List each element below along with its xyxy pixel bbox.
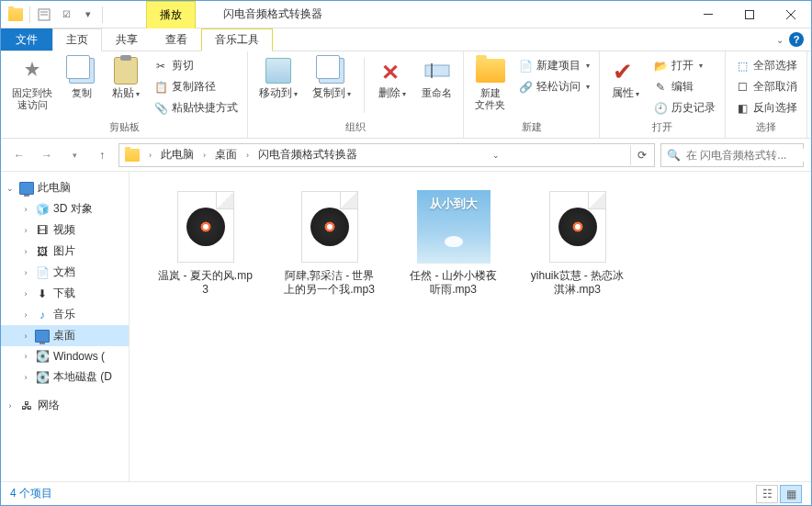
- tree-localdisk[interactable]: ›💽本地磁盘 (D: [1, 366, 129, 388]
- rename-button[interactable]: 重命名: [416, 54, 457, 101]
- tab-file[interactable]: 文件: [1, 28, 52, 51]
- minimize-button[interactable]: [687, 1, 728, 28]
- help-icon[interactable]: ?: [789, 32, 804, 47]
- select-none-button[interactable]: ☐全部取消: [731, 77, 801, 96]
- addr-dropdown-icon[interactable]: ⌄: [485, 145, 507, 165]
- view-details-button[interactable]: ☷: [756, 485, 778, 503]
- title-bar: ☑ ▾ 播放 闪电音频格式转换器: [1, 1, 811, 28]
- breadcrumb-desktop[interactable]: 桌面: [211, 145, 241, 165]
- file-item[interactable]: 从小到大任然 - 山外小楼夜听雨.mp3: [405, 190, 502, 297]
- properties-button[interactable]: ✔ 属性▾: [605, 54, 646, 102]
- copy-button[interactable]: 复制: [62, 54, 102, 101]
- status-bar: 4 个项目 ☷ ▦: [1, 481, 811, 505]
- file-label: 任然 - 山外小楼夜听雨.mp3: [405, 269, 502, 297]
- history-button[interactable]: 🕘历史记录: [649, 98, 719, 118]
- tree-desktop[interactable]: ›桌面: [1, 325, 129, 346]
- contextual-tab-play[interactable]: 播放: [146, 1, 196, 28]
- search-icon: 🔍: [667, 149, 681, 162]
- refresh-button[interactable]: ⟳: [630, 145, 652, 165]
- file-item[interactable]: yihuik苡慧 - 热恋冰淇淋.mp3: [529, 190, 626, 297]
- group-open-label: 打开: [605, 118, 719, 136]
- edit-button[interactable]: ✎编辑: [649, 77, 719, 96]
- close-button[interactable]: [770, 1, 811, 28]
- ribbon: 固定到快 速访问 复制 粘贴▾ ✂剪切 📋复制路径 📎粘贴快捷方式 剪贴板 移动…: [1, 51, 811, 139]
- file-label: 温岚 - 夏天的风.mp3: [157, 269, 254, 297]
- svg-rect-3: [704, 14, 713, 15]
- qat-dropdown-icon[interactable]: ▾: [78, 5, 98, 25]
- tree-network[interactable]: ›🖧网络: [1, 395, 129, 416]
- svg-rect-4: [745, 10, 753, 18]
- new-folder-button[interactable]: 新建 文件夹: [469, 54, 511, 113]
- file-item[interactable]: 温岚 - 夏天的风.mp3: [157, 190, 254, 297]
- open-button[interactable]: 📂打开▾: [649, 56, 719, 75]
- files-pane[interactable]: 温岚 - 夏天的风.mp3阿肆,郭采洁 - 世界上的另一个我.mp3从小到大任然…: [130, 172, 811, 481]
- music-file-icon: [169, 190, 242, 264]
- qat-check-icon[interactable]: ☑: [56, 5, 76, 25]
- address-bar-row: ← → ▾ ↑ › 此电脑 › 桌面 › 闪电音频格式转换器 ⌄ ⟳ 🔍: [1, 139, 811, 172]
- copy-path-button[interactable]: 📋复制路径: [150, 77, 242, 96]
- file-item[interactable]: 阿肆,郭采洁 - 世界上的另一个我.mp3: [281, 190, 378, 297]
- window-title: 闪电音频格式转换器: [196, 6, 687, 22]
- tab-home[interactable]: 主页: [52, 28, 102, 51]
- tree-3d[interactable]: ›🧊3D 对象: [1, 198, 129, 219]
- breadcrumb-current[interactable]: 闪电音频格式转换器: [254, 145, 361, 165]
- up-button[interactable]: ↑: [91, 144, 113, 166]
- ribbon-tabs: 文件 主页 共享 查看 音乐工具 ⌄ ?: [1, 28, 811, 51]
- invert-selection-button[interactable]: ◧反向选择: [731, 98, 801, 118]
- address-bar[interactable]: › 此电脑 › 桌面 › 闪电音频格式转换器 ⌄ ⟳: [118, 143, 655, 167]
- forward-button[interactable]: →: [36, 144, 58, 166]
- status-count: 4 个项目: [10, 486, 52, 501]
- breadcrumb-thispc[interactable]: 此电脑: [157, 145, 197, 165]
- tree-music[interactable]: ›♪音乐: [1, 304, 129, 325]
- group-organize-label: 组织: [254, 118, 457, 136]
- tree-windows[interactable]: ›💽Windows (: [1, 346, 129, 366]
- view-icons-button[interactable]: ▦: [780, 485, 802, 503]
- tree-downloads[interactable]: ›⬇下载: [1, 283, 129, 304]
- qat-properties-icon[interactable]: [34, 5, 54, 25]
- group-new-label: 新建: [469, 118, 593, 136]
- quick-access-toolbar: ☑ ▾: [1, 1, 109, 28]
- folder-icon[interactable]: [6, 5, 26, 25]
- pin-to-quick-access-button[interactable]: 固定到快 速访问: [6, 54, 58, 113]
- svg-rect-5: [425, 65, 449, 76]
- copy-to-button[interactable]: 复制到▾: [307, 54, 356, 102]
- new-item-button[interactable]: 📄新建项目▾: [514, 56, 593, 75]
- tree-documents[interactable]: ›📄文档: [1, 262, 129, 283]
- select-all-button[interactable]: ⬚全部选择: [731, 56, 801, 75]
- search-box[interactable]: 🔍: [660, 143, 804, 167]
- cut-button[interactable]: ✂剪切: [150, 56, 242, 75]
- paste-button[interactable]: 粘贴▾: [106, 54, 146, 102]
- navigation-tree[interactable]: ⌄此电脑 ›🧊3D 对象 ›🎞视频 ›🖼图片 ›📄文档 ›⬇下载 ›♪音乐 ›桌…: [1, 172, 130, 481]
- group-clipboard-label: 剪贴板: [6, 118, 242, 136]
- music-file-icon: [293, 190, 367, 264]
- file-label: 阿肆,郭采洁 - 世界上的另一个我.mp3: [281, 269, 378, 297]
- tab-view[interactable]: 查看: [152, 28, 201, 51]
- ribbon-help[interactable]: ⌄ ?: [769, 28, 811, 51]
- music-file-icon: [541, 190, 615, 264]
- recent-dropdown[interactable]: ▾: [63, 144, 85, 166]
- tab-share[interactable]: 共享: [102, 28, 152, 51]
- tab-music-tools[interactable]: 音乐工具: [201, 28, 273, 51]
- file-label: yihuik苡慧 - 热恋冰淇淋.mp3: [529, 269, 626, 297]
- group-select-label: 选择: [731, 118, 801, 136]
- paste-shortcut-button[interactable]: 📎粘贴快捷方式: [150, 98, 242, 118]
- back-button[interactable]: ←: [8, 144, 30, 166]
- tree-videos[interactable]: ›🎞视频: [1, 219, 129, 241]
- tree-thispc[interactable]: ⌄此电脑: [1, 177, 129, 198]
- content-area: ⌄此电脑 ›🧊3D 对象 ›🎞视频 ›🖼图片 ›📄文档 ›⬇下载 ›♪音乐 ›桌…: [1, 172, 811, 481]
- album-art-icon: 从小到大: [417, 190, 491, 264]
- move-to-button[interactable]: 移动到▾: [254, 54, 303, 102]
- easy-access-button[interactable]: 🔗轻松访问▾: [514, 77, 593, 96]
- search-input[interactable]: [686, 149, 812, 162]
- delete-button[interactable]: ✕ 删除▾: [372, 54, 412, 102]
- maximize-button[interactable]: [728, 1, 770, 28]
- collapse-ribbon-icon[interactable]: ⌄: [776, 35, 784, 45]
- tree-pictures[interactable]: ›🖼图片: [1, 241, 129, 262]
